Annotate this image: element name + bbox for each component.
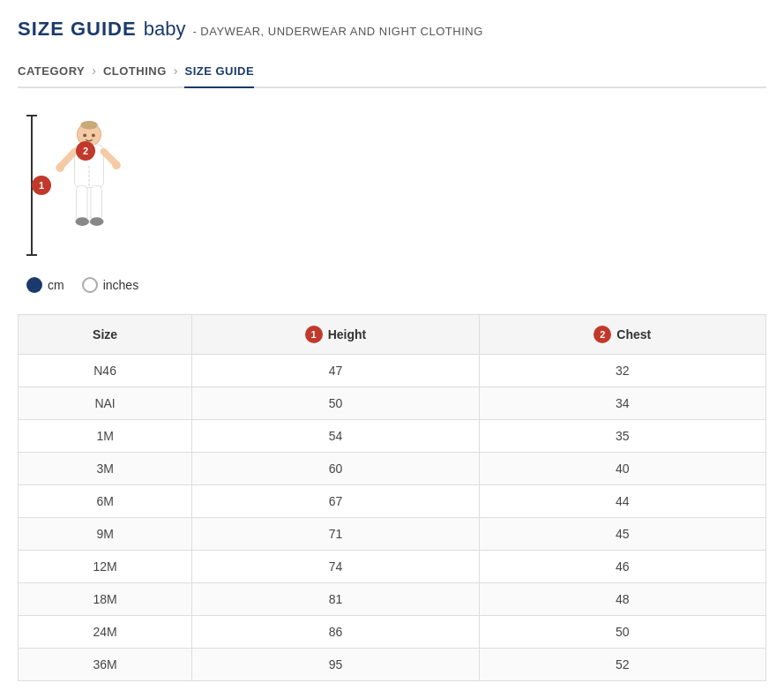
cell-chest: 44 [479, 485, 765, 518]
badge-height: 1 [32, 176, 51, 195]
title-baby: baby [144, 18, 186, 41]
page-title-section: SIZE GUIDE baby - DAYWEAR, UNDERWEAR AND… [18, 18, 766, 41]
cell-height: 50 [192, 387, 479, 420]
table-row: 1M5435 [19, 420, 766, 453]
table-header-row: Size 1 Height 2 Chest [19, 315, 766, 355]
cm-option[interactable]: cm [26, 277, 64, 293]
col-header-size: Size [19, 315, 192, 355]
svg-point-1 [80, 121, 97, 130]
baby-illustration [49, 119, 129, 251]
cell-height: 74 [192, 551, 479, 583]
svg-point-10 [90, 217, 103, 226]
table-row: 24M8650 [19, 616, 766, 649]
title-size-guide: SIZE GUIDE [18, 18, 137, 41]
cell-height: 54 [192, 420, 479, 453]
cell-size: 9M [19, 518, 192, 551]
table-row: 9M7145 [19, 518, 766, 551]
table-row: NAI5034 [19, 387, 766, 420]
baby-figure-area: 1 2 [41, 115, 138, 256]
table-body: N464732NAI50341M54353M60406M67449M714512… [19, 355, 766, 681]
title-subtitle: - DAYWEAR, UNDERWEAR AND NIGHT CLOTHING [192, 25, 482, 38]
cell-size: 18M [19, 583, 192, 616]
svg-point-12 [83, 133, 86, 137]
breadcrumb-size-guide[interactable]: SIZE GUIDE [184, 64, 254, 88]
cell-size: 3M [19, 453, 192, 485]
cell-size: N46 [19, 355, 192, 387]
cell-chest: 45 [479, 518, 765, 551]
cm-radio[interactable] [26, 277, 42, 293]
cell-chest: 40 [479, 453, 765, 485]
svg-line-4 [103, 152, 116, 164]
page-wrapper: SIZE GUIDE baby - DAYWEAR, UNDERWEAR AND… [0, 0, 784, 698]
table-row: 36M9552 [19, 649, 766, 681]
breadcrumb-sep-1: › [92, 64, 96, 78]
height-header-badge: 1 Height [305, 326, 367, 343]
col-size-label: Size [93, 327, 117, 341]
breadcrumb-sep-2: › [174, 64, 178, 78]
svg-line-3 [61, 152, 74, 166]
cell-size: NAI [19, 387, 192, 420]
table-row: N464732 [19, 355, 766, 387]
cell-chest: 48 [479, 583, 765, 616]
svg-point-5 [56, 163, 64, 172]
table-row: 3M6040 [19, 453, 766, 485]
svg-point-9 [76, 217, 89, 226]
badge-chest: 2 [76, 141, 95, 161]
cell-height: 67 [192, 485, 479, 518]
col-chest-label: Chest [616, 327, 651, 341]
inches-radio[interactable] [82, 277, 98, 293]
col-header-height: 1 Height [192, 315, 479, 355]
cell-size: 1M [19, 420, 192, 453]
cell-height: 71 [192, 518, 479, 551]
cell-chest: 35 [479, 420, 765, 453]
chest-badge-icon: 2 [594, 326, 611, 343]
figure-container: 1 2 [26, 115, 138, 256]
breadcrumb-clothing[interactable]: CLOTHING [103, 64, 167, 78]
cell-size: 12M [19, 551, 192, 583]
figure-section: 1 2 [18, 115, 766, 293]
svg-point-13 [92, 133, 95, 137]
chest-header-badge: 2 Chest [594, 326, 651, 343]
bracket-bottom [26, 254, 37, 256]
table-row: 12M7446 [19, 551, 766, 583]
cell-chest: 52 [479, 649, 765, 681]
cell-height: 60 [192, 453, 479, 485]
cell-chest: 50 [479, 616, 765, 649]
breadcrumb: CATEGORY › CLOTHING › SIZE GUIDE [18, 55, 766, 88]
svg-point-6 [112, 161, 121, 169]
cell-height: 95 [192, 649, 479, 681]
cm-label: cm [48, 278, 64, 292]
cell-height: 47 [192, 355, 479, 387]
inches-option[interactable]: inches [82, 277, 138, 293]
table-row: 6M6744 [19, 485, 766, 518]
cell-size: 36M [19, 649, 192, 681]
inches-label: inches [103, 278, 138, 292]
svg-rect-7 [76, 185, 87, 220]
unit-selector: cm inches [26, 277, 138, 293]
cell-height: 86 [192, 616, 479, 649]
cell-chest: 32 [479, 355, 765, 387]
size-table: Size 1 Height 2 Chest N464732NAI50341M54… [18, 314, 766, 681]
cell-chest: 46 [479, 551, 765, 583]
cell-chest: 34 [479, 387, 765, 420]
breadcrumb-category[interactable]: CATEGORY [18, 64, 85, 78]
table-row: 18M8148 [19, 583, 766, 616]
col-header-chest: 2 Chest [479, 315, 765, 355]
cell-height: 81 [192, 583, 479, 616]
cell-size: 24M [19, 616, 192, 649]
svg-rect-8 [91, 185, 102, 220]
col-height-label: Height [328, 327, 367, 341]
height-badge-icon: 1 [305, 326, 323, 343]
cell-size: 6M [19, 485, 192, 518]
